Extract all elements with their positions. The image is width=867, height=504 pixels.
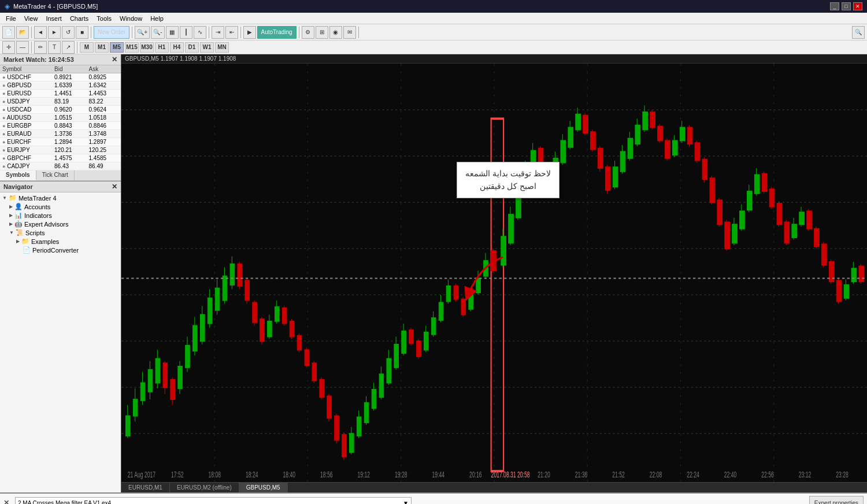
mw-close-icon[interactable]: ✕ [112,55,117,64]
tf-h4[interactable]: H4 [170,42,184,53]
svg-rect-160 [658,127,663,141]
titlebar-controls[interactable]: _ □ ✕ [830,2,862,10]
new-order-button[interactable]: New Order [94,26,129,39]
expand-arrow: ▶ [9,221,13,227]
autotrading-button[interactable]: AutoTrading [257,26,297,39]
table-row[interactable]: ● USDCAD 0.9620 0.9624 [0,106,121,114]
svg-rect-134 [561,140,566,162]
table-row[interactable]: ● EURGBP 0.8843 0.8846 [0,122,121,130]
symbol-cell: ● EURGBP [0,122,52,130]
tb-fwd-btn[interactable]: ► [48,26,61,39]
tb-back-btn[interactable]: ◄ [34,26,47,39]
menu-window[interactable]: Window [116,14,146,23]
nav-close-icon[interactable]: ✕ [112,183,117,191]
menu-charts[interactable]: Charts [66,14,92,23]
nav-accounts[interactable]: ▶ 👤 Accounts [0,202,121,211]
chart-tab-gbpusd-m5[interactable]: GBPUSD,M5 [239,483,288,492]
tb-settings-btn[interactable]: ⚙ [302,26,314,39]
sep7 [358,27,359,38]
tb-chart-candle[interactable]: ┃ [180,26,192,39]
tb-chart-line[interactable]: ∿ [194,26,206,39]
titlebar-left: ◈ MetaTrader 4 - [GBPUSD,M5] [5,2,98,10]
table-row[interactable]: ● EURAUD 1.3736 1.3748 [0,130,121,138]
navigator-header: Navigator ✕ [0,181,121,192]
tf-m5[interactable]: M5 [110,42,124,53]
tf-d1[interactable]: D1 [185,42,199,53]
chart-tab-eurusd-m2[interactable]: EURUSD,M2 (offline) [170,483,239,492]
svg-rect-162 [665,140,670,158]
svg-rect-86 [379,374,384,397]
svg-rect-176 [717,200,722,224]
nav-period-converter[interactable]: 📄 PeriodConverter [0,246,121,254]
tab-symbols[interactable]: Symbols [0,171,36,180]
table-row[interactable]: ● EURJPY 120.21 120.25 [0,146,121,154]
table-row[interactable]: ● GBPCHF 1.4575 1.4585 [0,154,121,162]
tb-open-btn[interactable]: 📂 [16,26,29,39]
svg-rect-168 [687,128,692,144]
tb-draw-btn[interactable]: ✏ [34,41,47,54]
tf-w1[interactable]: W1 [200,42,214,53]
menu-view[interactable]: View [21,14,42,23]
table-row[interactable]: ● AUDUSD 1.0515 1.0518 [0,114,121,122]
tb-refresh-btn[interactable]: ↺ [62,26,75,39]
tb-chart-bars[interactable]: ▦ [166,26,179,39]
nav-indicators[interactable]: ▶ 📊 Indicators [0,211,121,220]
folder-icon: 📁 [9,194,17,202]
nav-metatrader4[interactable]: ▼ 📁 MetaTrader 4 [0,194,121,202]
chart-canvas[interactable]: 1.1530 1.1525 1.1520 1.1515 1.1510 1.150… [121,64,867,482]
tb-terminal-btn[interactable]: ⊞ [316,26,328,39]
tb-period-join-btn[interactable]: ⇤ [225,26,238,39]
tb-crosshair-btn[interactable]: ✛ [2,41,15,54]
close-button[interactable]: ✕ [853,2,862,10]
nav-expert-advisors[interactable]: ▶ 🤖 Expert Advisors [0,220,121,228]
sep1 [31,27,32,38]
ask-cell: 83.22 [87,98,121,106]
nav-examples[interactable]: ▶ 📁 Examples [0,237,121,246]
tf-m15[interactable]: M15 [125,42,139,53]
table-row[interactable]: ● EURUSD 1.4451 1.4453 [0,90,121,98]
svg-rect-72 [327,396,332,418]
tb-line-btn[interactable]: — [16,41,29,54]
tf-m1[interactable]: M [80,42,94,53]
tab-tick-chart[interactable]: Tick Chart [36,171,75,180]
symbol-cell: ● USDCHF [0,73,52,81]
minimize-button[interactable]: _ [830,2,839,10]
tf-h1[interactable]: H1 [155,42,169,53]
table-row[interactable]: ● CADJPY 86.43 86.49 [0,162,121,171]
nav-scripts[interactable]: ▼ 📜 Scripts [0,228,121,237]
tb-search-btn[interactable]: 🔍 [852,26,865,39]
annotation-arrow [457,254,526,301]
menu-insert[interactable]: Insert [42,14,65,23]
tb-market-btn[interactable]: ◉ [329,26,342,39]
tb-new-btn[interactable]: 📄 [2,26,15,39]
chart-tab-eurusd-m1[interactable]: EURUSD,M1 [121,483,170,492]
tb-mail-btn[interactable]: ✉ [343,26,356,39]
table-row[interactable]: ● USDJPY 83.19 83.22 [0,98,121,106]
ea-selector-dropdown[interactable]: 2 MA Crosses Mega filter EA V1.ex4 ▼ [15,497,412,504]
svg-rect-70 [320,380,324,397]
tb-arrow-btn[interactable]: ↗ [62,41,75,54]
tb-text-btn[interactable]: T [48,41,61,54]
menu-file[interactable]: File [2,14,20,23]
table-row[interactable]: ● EURCHF 1.2894 1.2897 [0,138,121,146]
svg-rect-204 [822,244,827,265]
close-panel-button[interactable]: ✕ [3,499,9,504]
tf-m1b[interactable]: M1 [95,42,109,53]
svg-text:19:28: 19:28 [395,470,407,480]
tb-zoom-out[interactable]: 🔍- [151,26,164,39]
tf-m30[interactable]: M30 [140,42,154,53]
tb-stop-btn[interactable]: ■ [76,26,88,39]
tf-mn[interactable]: MN [215,42,229,53]
maximize-button[interactable]: □ [842,2,851,10]
menu-help[interactable]: Help [147,14,167,23]
svg-text:17:52: 17:52 [171,470,184,480]
menu-tools[interactable]: Tools [93,14,115,23]
svg-rect-44 [223,276,227,301]
table-row[interactable]: ● GBPUSD 1.6339 1.6342 [0,81,121,90]
svg-rect-136 [568,128,573,147]
svg-rect-174 [710,178,715,202]
tb-period-sep-btn[interactable]: ⇥ [212,26,224,39]
expert-properties-button[interactable]: Expert properties [809,496,864,504]
tb-zoom-in[interactable]: 🔍+ [135,26,150,39]
table-row[interactable]: ● USDCHF 0.8921 0.8925 [0,73,121,81]
